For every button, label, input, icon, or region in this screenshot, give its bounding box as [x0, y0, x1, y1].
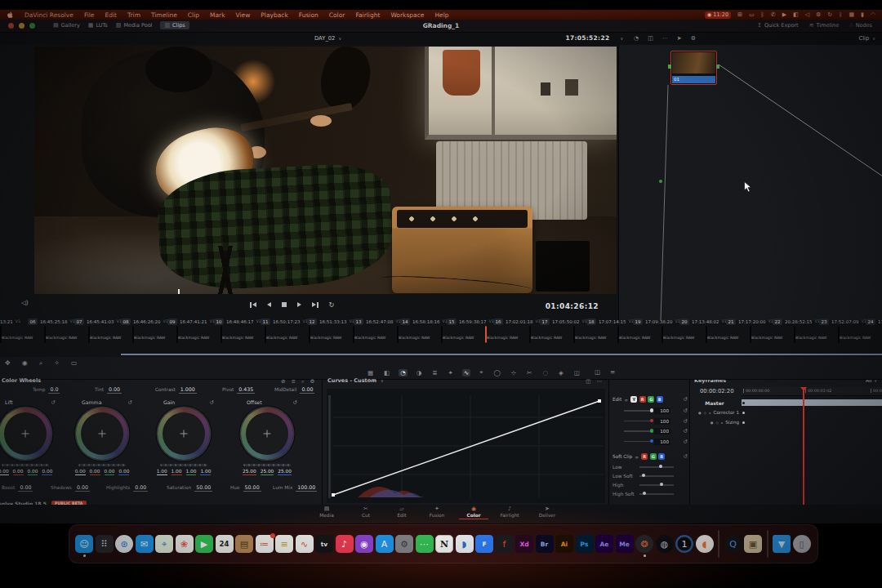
- viewer-canvas[interactable]: [34, 47, 617, 294]
- chevron-down-icon[interactable]: ∨: [620, 36, 623, 41]
- titlebar-button[interactable]: ↥Quick Export: [757, 22, 799, 29]
- clip-index-item[interactable]: 1516:59:38:17V1: [447, 318, 493, 325]
- keyboard-icon[interactable]: ▦: [849, 11, 854, 19]
- wheel-red-value[interactable]: 25.00: [243, 469, 256, 475]
- dock-separator[interactable]: [718, 530, 719, 558]
- master-wheel-slider[interactable]: [2, 464, 49, 466]
- slider-handle[interactable]: [659, 465, 662, 468]
- sizing-icon[interactable]: ◫: [572, 369, 581, 376]
- wheel-blue-value[interactable]: 1.00: [200, 469, 211, 475]
- wheel-green-value[interactable]: 1.00: [186, 469, 197, 475]
- clip-index-item[interactable]: 1617:02:01:18V1: [493, 318, 540, 325]
- wheel-green-value[interactable]: 0.00: [28, 469, 38, 475]
- more-icon[interactable]: ⋯: [662, 35, 668, 42]
- grade-parameter[interactable]: Lum Mix100.00: [273, 484, 317, 492]
- notion-icon[interactable]: N: [435, 535, 453, 553]
- titlebar-button[interactable]: ∴Nodes: [849, 22, 872, 29]
- color-wheel[interactable]: [76, 408, 128, 460]
- messages-icon[interactable]: ⋯: [416, 535, 434, 553]
- curve-channel-button[interactable]: R: [641, 453, 648, 460]
- clip-index-item[interactable]: 1717:05:50:02V1: [540, 318, 586, 325]
- channel-track[interactable]: [624, 410, 652, 412]
- grade-parameter[interactable]: Hue50.00: [230, 484, 261, 492]
- power-window-icon[interactable]: ◯: [492, 369, 501, 376]
- channel-dot[interactable]: [650, 429, 654, 433]
- photos-icon[interactable]: ❀: [176, 535, 194, 553]
- gear-icon[interactable]: ⚙: [691, 35, 696, 42]
- clip-index-item[interactable]: 2017:13:48:02V1: [679, 318, 726, 325]
- grade-parameter[interactable]: Pivot0.435: [222, 386, 255, 394]
- curve-graph[interactable]: [327, 389, 605, 503]
- play-button[interactable]: [297, 301, 301, 308]
- clip-index-item[interactable]: 1917:09:38:20V1: [633, 318, 679, 325]
- align-icon[interactable]: ≡: [291, 378, 295, 385]
- menu-item[interactable]: View: [236, 11, 251, 19]
- parameter-value[interactable]: 0.00: [133, 484, 148, 492]
- timeline-thumbnail[interactable]: Blackmagic RAW: [353, 327, 397, 354]
- channel-value[interactable]: 100: [654, 408, 670, 414]
- reset-icon[interactable]: ↺: [684, 439, 688, 445]
- compressor-icon[interactable]: ◍: [656, 535, 674, 553]
- dock-separator[interactable]: [767, 530, 768, 558]
- menu-item[interactable]: Workspace: [390, 11, 424, 19]
- timeline-thumbnail[interactable]: Blackmagic RAW: [309, 327, 353, 354]
- keyframe-dot[interactable]: [742, 421, 745, 424]
- framer-icon[interactable]: F: [475, 535, 493, 553]
- bypass-icon[interactable]: ⊘: [281, 378, 285, 385]
- playhead[interactable]: [803, 387, 804, 505]
- reset-icon[interactable]: ↺: [51, 399, 56, 406]
- slider-track[interactable]: [639, 493, 674, 495]
- stop-button[interactable]: [282, 301, 287, 308]
- system-settings-icon[interactable]: ⚙: [395, 535, 413, 553]
- quicktime-icon[interactable]: Q: [724, 535, 742, 553]
- palette-icon[interactable]: ◔: [634, 35, 639, 42]
- adobe-photoshop-icon[interactable]: Ps: [576, 535, 594, 553]
- reset-icon[interactable]: ↺: [684, 428, 688, 434]
- wheel-master-value[interactable]: 0.00: [75, 469, 86, 475]
- parameter-value[interactable]: 50.00: [194, 484, 212, 492]
- apple-menu-icon[interactable]: [7, 11, 14, 19]
- node-input-port[interactable]: [668, 65, 671, 69]
- notes-icon[interactable]: ≡: [275, 535, 293, 553]
- timeline-selector[interactable]: DAY_02∨: [314, 35, 341, 42]
- chevron-down-icon[interactable]: ∨: [381, 378, 384, 383]
- step-back-button[interactable]: [267, 301, 271, 308]
- reset-icon[interactable]: ↺: [684, 453, 688, 460]
- clip-index-item[interactable]: 2417:52:08:14V1: [866, 318, 882, 325]
- grade-parameter[interactable]: Boost0.00: [2, 484, 33, 492]
- color-wheels-icon[interactable]: ◔: [399, 369, 408, 376]
- color-match-icon[interactable]: ◧: [382, 369, 391, 376]
- unarchiver-icon[interactable]: ▣: [744, 535, 762, 553]
- corrector-node[interactable]: 01: [670, 51, 717, 85]
- panel-layout-icon[interactable]: ◫: [593, 368, 602, 376]
- wheel-master-value[interactable]: 0.00: [0, 469, 9, 475]
- titlebar-button[interactable]: ▥Clips: [160, 21, 189, 29]
- mail-icon[interactable]: ✉: [136, 535, 154, 553]
- link-icon[interactable]: ∞: [635, 454, 639, 460]
- menu-item[interactable]: Mark: [210, 11, 225, 19]
- app-store-icon[interactable]: A: [376, 535, 394, 553]
- parameter-value[interactable]: 0.00: [107, 386, 122, 394]
- clip-index-item[interactable]: 0816:46:26:20V1: [121, 318, 167, 325]
- track-icons[interactable]: ● ◇ ▸: [698, 411, 712, 415]
- channel-dot[interactable]: [650, 439, 654, 443]
- parameter-value[interactable]: 50.00: [243, 484, 261, 492]
- master-wheel-slider[interactable]: [160, 464, 207, 466]
- timeline-scrollbar[interactable]: [121, 354, 882, 355]
- curve-channel-button[interactable]: Y: [630, 396, 637, 403]
- davinci-resolve-icon[interactable]: ❂: [635, 535, 653, 553]
- timeline-thumbnail[interactable]: Blackmagic RAW: [838, 327, 882, 354]
- master-wheel-slider[interactable]: [243, 464, 291, 466]
- zoom-window-button[interactable]: [29, 23, 35, 29]
- timeline-thumbnail[interactable]: Blackmagic RAW: [750, 327, 794, 354]
- wheel-blue-value[interactable]: 0.00: [118, 469, 129, 475]
- clip-index-item[interactable]: 1116:50:17:23V1: [261, 318, 307, 325]
- keyframe-track-row[interactable]: ● ◇ ▸Sizing: [690, 417, 882, 427]
- clip-index-item[interactable]: 1216:51:33:13V1: [307, 318, 354, 325]
- grade-parameter[interactable]: Contrast1.000: [155, 386, 197, 394]
- figma-icon[interactable]: f: [496, 535, 514, 553]
- camera-raw-icon[interactable]: ▦: [366, 369, 375, 376]
- channel-dot[interactable]: [650, 419, 654, 423]
- finder-icon[interactable]: ☺: [75, 535, 93, 553]
- adobe-media-encoder-icon[interactable]: Me: [616, 535, 634, 553]
